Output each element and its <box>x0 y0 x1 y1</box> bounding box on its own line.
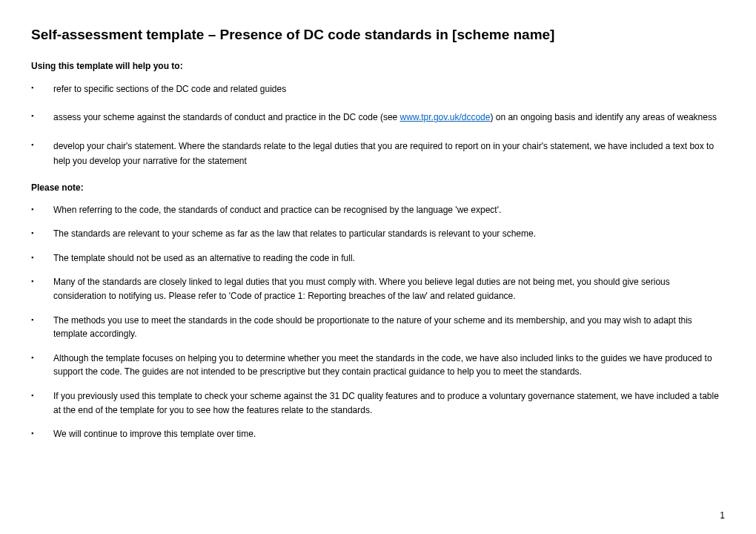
list-item: Many of the standards are closely linked… <box>31 275 725 303</box>
list-item: When referring to the code, the standard… <box>31 203 725 217</box>
list-item: develop your chair's statement. Where th… <box>31 139 725 169</box>
list-item: We will continue to improve this templat… <box>31 427 725 441</box>
list-item: The methods you use to meet the standard… <box>31 314 725 341</box>
list-item: The template should not be used as an al… <box>31 251 725 266</box>
page-number: 1 <box>720 510 725 521</box>
text-fragment: ) on an ongoing basis and identify any a… <box>490 112 717 122</box>
list-item: assess your scheme against the standards… <box>31 110 725 125</box>
list-item: The standards are relevant to your schem… <box>31 227 725 241</box>
dccode-link[interactable]: www.tpr.gov.uk/dccode <box>400 112 491 122</box>
list-item: If you previously used this template to … <box>31 389 725 417</box>
section2-list: When referring to the code, the standard… <box>31 203 725 441</box>
text-fragment: assess your scheme against the standards… <box>53 112 400 122</box>
section1-label: Using this template will help you to: <box>31 61 725 71</box>
list-item: refer to specific sections of the DC cod… <box>31 82 725 96</box>
list-item: Although the template focuses on helping… <box>31 352 725 379</box>
page-title: Self-assessment template – Presence of D… <box>31 27 725 43</box>
section2-label: Please note: <box>31 182 725 193</box>
section1-list: refer to specific sections of the DC cod… <box>31 82 725 169</box>
